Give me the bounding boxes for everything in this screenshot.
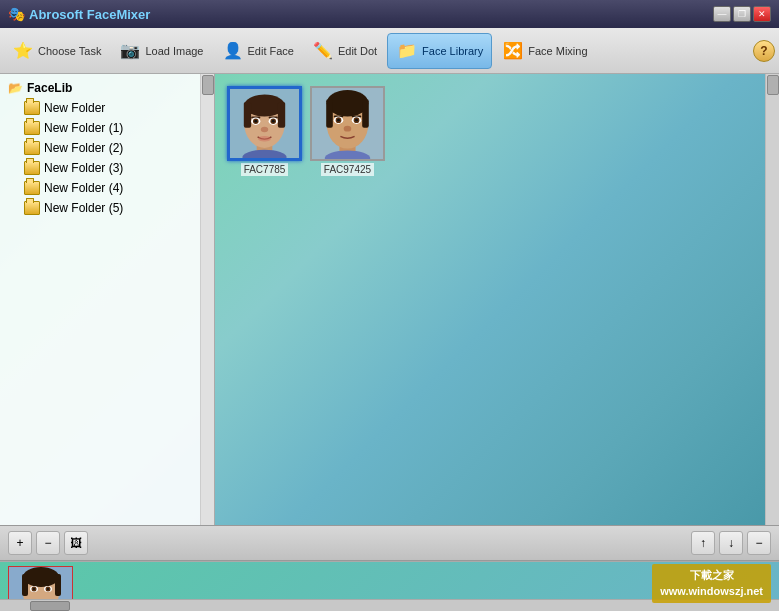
svg-point-15 <box>258 136 271 142</box>
restore-button[interactable]: ❐ <box>733 6 751 22</box>
face-area: FAC7785 <box>215 74 779 525</box>
right-scrollbar[interactable] <box>765 74 779 525</box>
left-panel: 📂 FaceLib New Folder New Folder (1) New … <box>0 74 215 525</box>
watermark: 下載之家 www.windowszj.net <box>652 564 771 603</box>
folder-icon-3 <box>24 161 40 175</box>
remove-button[interactable]: − <box>36 531 60 555</box>
svg-rect-5 <box>278 102 285 128</box>
minus-button[interactable]: − <box>747 531 771 555</box>
folder-icon-1 <box>24 121 40 135</box>
face-svg-0 <box>230 89 299 158</box>
tree-item-label-2: New Folder (2) <box>44 141 123 155</box>
edit-face-label: Edit Face <box>248 45 294 57</box>
svg-point-13 <box>272 120 275 123</box>
edit-dot-label: Edit Dot <box>338 45 377 57</box>
tree-item-label-1: New Folder (1) <box>44 121 123 135</box>
face-item-1[interactable]: FAC97425 <box>310 86 385 513</box>
toolbar: ⭐ Choose Task 📷 Load Image 👤 Edit Face ✏… <box>0 28 779 74</box>
tree-item-label-5: New Folder (5) <box>44 201 123 215</box>
right-scroll-thumb[interactable] <box>767 75 779 95</box>
face-svg-1 <box>312 88 383 159</box>
toolbar-edit-dot[interactable]: ✏️ Edit Dot <box>304 33 385 69</box>
face-item-0[interactable]: FAC7785 <box>227 86 302 513</box>
edit-dot-icon: ✏️ <box>312 40 334 62</box>
tree-item-label-0: New Folder <box>44 101 105 115</box>
folder-icon-5 <box>24 201 40 215</box>
image-button[interactable]: 🖼 <box>64 531 88 555</box>
left-panel-inner: 📂 FaceLib New Folder New Folder (1) New … <box>0 74 214 525</box>
face-library-label: Face Library <box>422 45 483 57</box>
facelib-icon: 📂 <box>8 81 23 95</box>
svg-point-30 <box>355 119 358 122</box>
face-mixing-label: Face Mixing <box>528 45 587 57</box>
svg-rect-22 <box>362 99 369 127</box>
face-label-1: FAC97425 <box>321 163 374 176</box>
choose-task-icon: ⭐ <box>12 40 34 62</box>
face-label-0: FAC7785 <box>241 163 289 176</box>
tree-panel[interactable]: 📂 FaceLib New Folder New Folder (1) New … <box>0 74 200 525</box>
tree-item-5[interactable]: New Folder (5) <box>4 198 196 218</box>
svg-point-14 <box>261 127 268 133</box>
tree-item-0[interactable]: New Folder <box>4 98 196 118</box>
svg-rect-37 <box>22 574 28 596</box>
bottom-strip: 下載之家 www.windowszj.net <box>0 561 779 611</box>
strip-scroll-thumb[interactable] <box>30 601 70 611</box>
tree-item-label-4: New Folder (4) <box>44 181 123 195</box>
tree-scroll-thumb[interactable] <box>202 75 214 95</box>
svg-point-12 <box>254 120 257 123</box>
close-button[interactable]: ✕ <box>753 6 771 22</box>
toolbar-right: ? <box>753 40 775 62</box>
svg-rect-4 <box>244 102 251 128</box>
tree-scrollbar[interactable] <box>200 74 214 525</box>
tree-item-3[interactable]: New Folder (3) <box>4 158 196 178</box>
svg-rect-21 <box>326 99 333 127</box>
title-controls: — ❐ ✕ <box>713 6 771 22</box>
folder-icon-0 <box>24 101 40 115</box>
tree-item-label-3: New Folder (3) <box>44 161 123 175</box>
svg-point-44 <box>47 588 49 590</box>
choose-task-label: Choose Task <box>38 45 101 57</box>
app-icon: 🎭 <box>8 6 25 22</box>
face-library-icon: 📁 <box>396 40 418 62</box>
move-up-button[interactable]: ↑ <box>691 531 715 555</box>
title-bar-left: 🎭 Abrosoft FaceMixer <box>8 6 150 22</box>
svg-point-31 <box>344 126 352 132</box>
move-down-button[interactable]: ↓ <box>719 531 743 555</box>
bottom-toolbar: + − 🖼 ↑ ↓ − <box>0 525 779 561</box>
toolbar-choose-task[interactable]: ⭐ Choose Task <box>4 33 109 69</box>
app-title: Abrosoft FaceMixer <box>29 7 150 22</box>
tree-root-label: FaceLib <box>27 81 72 95</box>
help-button[interactable]: ? <box>753 40 775 62</box>
load-image-icon: 📷 <box>119 40 141 62</box>
svg-point-29 <box>337 119 340 122</box>
tree-item-1[interactable]: New Folder (1) <box>4 118 196 138</box>
toolbar-face-library[interactable]: 📁 Face Library <box>387 33 492 69</box>
title-bar: 🎭 Abrosoft FaceMixer — ❐ ✕ <box>0 0 779 28</box>
toolbar-edit-face[interactable]: 👤 Edit Face <box>214 33 302 69</box>
face-thumb-0[interactable] <box>227 86 302 161</box>
face-mixing-icon: 🔀 <box>502 40 524 62</box>
folder-icon-4 <box>24 181 40 195</box>
load-image-label: Load Image <box>145 45 203 57</box>
toolbar-load-image[interactable]: 📷 Load Image <box>111 33 211 69</box>
tree-item-2[interactable]: New Folder (2) <box>4 138 196 158</box>
bottom-right-buttons: ↑ ↓ − <box>691 531 771 555</box>
toolbar-face-mixing[interactable]: 🔀 Face Mixing <box>494 33 595 69</box>
svg-point-43 <box>33 588 35 590</box>
right-content: FAC7785 <box>215 74 779 525</box>
main-content: 📂 FaceLib New Folder New Folder (1) New … <box>0 74 779 525</box>
tree-root[interactable]: 📂 FaceLib <box>4 78 196 98</box>
face-grid: FAC7785 <box>215 74 765 525</box>
svg-point-20 <box>327 90 369 117</box>
svg-rect-38 <box>55 574 61 596</box>
tree-item-4[interactable]: New Folder (4) <box>4 178 196 198</box>
svg-point-36 <box>23 567 59 587</box>
minimize-button[interactable]: — <box>713 6 731 22</box>
face-thumb-1[interactable] <box>310 86 385 161</box>
strip-scrollbar-h[interactable] <box>0 599 779 611</box>
folder-icon-2 <box>24 141 40 155</box>
edit-face-icon: 👤 <box>222 40 244 62</box>
add-button[interactable]: + <box>8 531 32 555</box>
